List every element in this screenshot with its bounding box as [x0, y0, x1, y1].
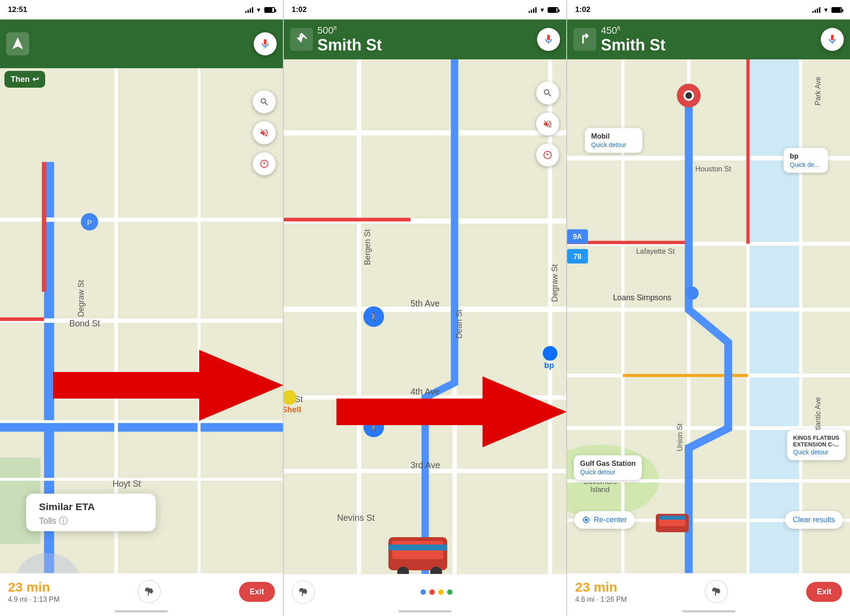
mic-button-2[interactable] [537, 28, 560, 51]
gulf-name: Gulf Gas Station [580, 460, 635, 468]
kings-name: KINGS FLATBUSEXTENSION C-... [793, 434, 839, 448]
svg-rect-71 [801, 59, 850, 573]
status-bar-2: 1:02 ▼ [284, 0, 567, 19]
search-button-1[interactable] [253, 90, 276, 113]
nav-header-left-1 [6, 32, 34, 55]
signal-icon-1 [245, 7, 253, 13]
nav-street-2: Smith St [317, 36, 382, 54]
mute-button-1[interactable] [253, 121, 276, 144]
svg-rect-67 [388, 545, 447, 550]
then-badge: Then ↩ [4, 71, 45, 88]
compass-button-2[interactable] [536, 143, 559, 167]
status-time-1: 12:51 [8, 5, 27, 14]
kings-popup: KINGS FLATBUSEXTENSION C-... Quick detou… [787, 430, 846, 460]
home-indicator-2 [398, 610, 452, 612]
dot-green [447, 589, 452, 595]
svg-text:Park Ave: Park Ave [814, 77, 822, 105]
search-button-2[interactable] [536, 81, 559, 105]
then-icon: ↩ [32, 74, 39, 84]
nav-street-3: Smith St [601, 36, 665, 54]
dot-red [429, 589, 435, 595]
wifi-icon-2: ▼ [539, 7, 545, 13]
nav-distance-2: 500ft [317, 25, 382, 36]
svg-text:3rd Ave: 3rd Ave [410, 460, 440, 470]
map-svg-2: Bergen St Bergen St Dean St Degraw St 5t… [284, 59, 567, 574]
map-area-3[interactable]: Governors Island Houston St La [567, 59, 850, 573]
then-label: Then [11, 75, 30, 84]
loading-dots [315, 589, 559, 595]
map-area-2[interactable]: Bergen St Bergen St Dean St Degraw St 5t… [284, 59, 567, 574]
clear-results-label: Clear results [793, 515, 835, 524]
bp-sub: Quick de... [790, 161, 822, 168]
mic-button-1[interactable] [254, 32, 277, 55]
bottom-bar-1: 23 min 4.9 mi · 1:13 PM Exit [0, 573, 283, 616]
routes-button-1[interactable] [138, 580, 161, 603]
svg-text:Atlantic Ave: Atlantic Ave [814, 397, 822, 435]
status-icons-1: ▼ [245, 7, 275, 13]
status-time-3: 1:02 [575, 5, 590, 14]
eta-section-3: 23 min 4.6 mi · 1:26 PM [575, 580, 627, 604]
signal-icon-2 [529, 7, 537, 13]
svg-text:Hoyt St: Hoyt St [112, 479, 141, 488]
battery-icon-3 [831, 7, 842, 13]
eta-detail-3: 4.6 mi · 1:26 PM [575, 596, 627, 604]
kings-sub: Quick detour [793, 449, 839, 456]
bp-popup: bp Quick de... [784, 148, 828, 173]
recenter-label: Re-center [594, 515, 627, 524]
nav-header-left-3: 450ft Smith St [573, 25, 665, 54]
svg-point-105 [686, 287, 699, 300]
svg-rect-109 [659, 516, 685, 520]
svg-text:🚶: 🚶 [368, 312, 379, 322]
status-icons-3: ▼ [812, 7, 842, 13]
svg-text:Loans Simpsons: Loans Simpsons [613, 293, 672, 302]
nav-header-2: 500ft Smith St [284, 19, 567, 59]
status-bar-3: 1:02 ▼ [567, 0, 850, 19]
routes-button-2[interactable] [292, 581, 315, 604]
nav-turn-icon-3 [573, 28, 596, 51]
svg-text:Shell: Shell [284, 405, 301, 414]
dot-blue [421, 589, 426, 595]
clear-results-button[interactable]: Clear results [785, 511, 843, 529]
eta-time-1: 23 min [8, 580, 60, 595]
status-bar-1: 12:51 ▼ [0, 0, 283, 19]
svg-text:9A: 9A [573, 232, 582, 240]
mic-button-3[interactable] [821, 28, 844, 51]
svg-text:Degraw St: Degraw St [550, 264, 559, 302]
svg-text:5th Ave: 5th Ave [410, 298, 440, 308]
home-indicator-3 [682, 610, 735, 612]
routes-button-3[interactable] [705, 580, 728, 603]
svg-text:Lafayette St: Lafayette St [636, 247, 675, 255]
mobil-name: Mobil [591, 132, 636, 140]
svg-text:🚶: 🚶 [368, 422, 379, 433]
svg-text:Island: Island [590, 485, 610, 493]
nav-text-2: 500ft Smith St [317, 25, 382, 54]
phone-panel-2: 1:02 ▼ 500ft [284, 0, 568, 616]
battery-icon-1 [264, 7, 275, 13]
svg-text:bp: bp [544, 360, 554, 370]
exit-button-3[interactable]: Exit [806, 582, 842, 602]
nav-distance-3: 450ft [601, 25, 665, 36]
nav-header-1 [0, 19, 283, 68]
bp-name: bp [790, 152, 822, 160]
nav-header-left-2: 500ft Smith St [290, 25, 382, 54]
svg-text:Union St: Union St [676, 423, 684, 451]
exit-button-1[interactable]: Exit [239, 582, 275, 602]
map-area-1[interactable]: Boerum Park Thomas Green [0, 68, 283, 573]
mobil-sub: Quick detour [591, 141, 636, 148]
mute-button-2[interactable] [536, 112, 559, 136]
eta-section-1: 23 min 4.9 mi · 1:13 PM [8, 580, 60, 604]
dot-yellow [438, 589, 444, 595]
bottom-bar-3: 23 min 4.6 mi · 1:26 PM Exit [567, 573, 850, 616]
nav-turn-icon-2 [290, 28, 313, 51]
wifi-icon-1: ▼ [256, 7, 262, 13]
svg-point-104 [686, 92, 692, 99]
wifi-icon-3: ▼ [823, 7, 829, 13]
status-icons-2: ▼ [529, 7, 558, 13]
compass-button-1[interactable] [253, 152, 276, 175]
svg-text:Columbia St: Columbia St [567, 346, 568, 385]
svg-point-57 [543, 346, 557, 360]
recenter-button[interactable]: Re-center [574, 511, 635, 529]
phone-panel-3: 1:02 ▼ 450ft [567, 0, 850, 616]
bottom-bar-2 [284, 574, 567, 616]
battery-icon-2 [548, 7, 558, 13]
